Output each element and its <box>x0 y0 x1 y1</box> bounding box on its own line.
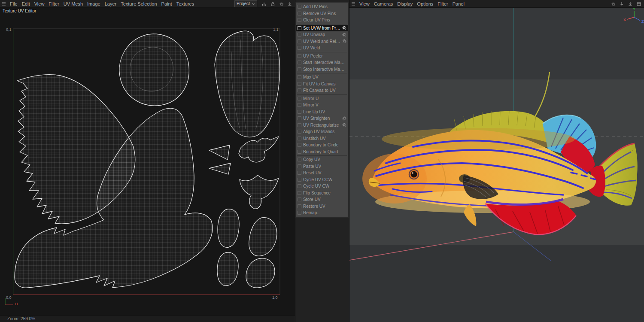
tool-item-store-uv[interactable]: Store UV <box>296 196 348 203</box>
paste-icon <box>298 164 301 168</box>
tool-item-uv-unwrap[interactable]: UV Unwrap <box>296 31 348 38</box>
tool-item-copy-uv[interactable]: Copy UV <box>296 156 348 163</box>
tool-item-line-up-uv[interactable]: Line Up UV <box>296 109 348 115</box>
tool-item-stop-interactive-mapping[interactable]: Stop Interactive Mapping <box>296 66 348 73</box>
tool-item-uv-straighten[interactable]: UV Straighten <box>296 115 348 122</box>
gizmo-x-label: X <box>623 18 626 22</box>
separator <box>297 94 347 95</box>
tool-item-cycle-uv-cw[interactable]: Cycle UV CW <box>296 183 348 190</box>
restore-icon <box>298 204 301 208</box>
z-axis-line <box>513 232 551 261</box>
uv-island-fin-top <box>215 31 280 137</box>
gizmo-z-label: Z <box>641 19 644 24</box>
unwrap-icon <box>298 33 301 36</box>
tool-item-mirror-u[interactable]: Mirror U <box>296 95 348 102</box>
tool-item-boundary-to-quad[interactable]: Boundary to Quad <box>296 149 348 155</box>
uv-island-head <box>119 34 189 106</box>
weld-relax-icon <box>298 39 301 43</box>
uv-island-sliver-1 <box>209 145 230 160</box>
right-menubar: View Cameras Display Options Filter Pane… <box>349 0 644 8</box>
peeler-icon <box>298 54 301 58</box>
play-icon <box>298 61 301 64</box>
tool-item-flip-sequence[interactable]: Flip Sequence <box>296 190 348 197</box>
tool-item-clear-uv-pins[interactable]: Clear UV Pins <box>296 17 348 24</box>
uv-island-wing-bottom <box>240 175 279 209</box>
fit-canvas-icon <box>298 88 301 92</box>
rotate-cw-icon <box>298 184 301 188</box>
window-icon[interactable] <box>635 0 642 7</box>
gear-icon[interactable] <box>342 123 346 127</box>
tail-fin <box>589 143 638 206</box>
menu-viewport-view[interactable]: View <box>357 1 372 6</box>
max-uv-icon <box>298 75 301 79</box>
tool-item-remove-uv-pins[interactable]: Remove UV Pins <box>296 10 348 17</box>
viewport-3d[interactable]: Y X Z <box>349 8 644 322</box>
uv-islands[interactable] <box>15 31 280 288</box>
hamburger-icon[interactable] <box>349 0 357 7</box>
uv-corner-top-left: 0,1 <box>6 27 12 32</box>
separator <box>297 24 347 24</box>
x-axis-line <box>349 232 513 260</box>
mirror-v-icon <box>298 103 301 107</box>
app-window: File Edit View Filter UV Mesh Image Laye… <box>0 0 644 322</box>
arrow-down-icon[interactable] <box>618 0 625 7</box>
tool-item-cycle-uv-ccw[interactable]: Cycle UV CCW <box>296 176 348 183</box>
zoom-status: Zoom: 259.0% <box>0 316 35 321</box>
dorsal-filament <box>533 72 550 119</box>
tool-item-remap[interactable]: Remap... <box>296 210 348 216</box>
fit-uv-icon <box>298 82 301 86</box>
quad-icon <box>298 150 301 154</box>
tool-item-fit-uv-to-canvas[interactable]: Fit UV to Canvas <box>296 81 348 88</box>
download-tray-icon[interactable] <box>626 0 634 7</box>
unstitch-icon <box>298 137 301 140</box>
anal-fin <box>485 199 576 234</box>
pin-remove-icon <box>298 12 301 15</box>
copy-icon <box>298 158 301 161</box>
u-axis-label: U <box>15 302 18 306</box>
tool-item-restore-uv[interactable]: Restore UV <box>296 203 348 210</box>
tool-item-mirror-v[interactable]: Mirror V <box>296 102 348 109</box>
rotate-ccw-icon <box>298 178 301 182</box>
tool-item-fit-canvas-to-uv[interactable]: Fit Canvas to UV <box>296 87 348 94</box>
separator <box>297 73 347 73</box>
projection-icon <box>298 26 301 30</box>
menu-cameras[interactable]: Cameras <box>372 1 395 6</box>
flip-icon <box>298 191 301 195</box>
tool-item-paste-uv[interactable]: Paste UV <box>296 163 348 170</box>
line-up-icon <box>298 110 301 114</box>
gear-icon[interactable] <box>342 26 346 30</box>
menu-viewport-filter[interactable]: Filter <box>435 1 450 6</box>
tool-item-uv-weld-and-relax[interactable]: UV Weld and Relax <box>296 38 348 45</box>
tool-item-uv-rectangularize[interactable]: UV Rectangularize <box>296 122 348 129</box>
uv-island-blob-4 <box>246 258 275 288</box>
hand-icon[interactable] <box>609 0 617 7</box>
uv-canvas[interactable] <box>0 0 295 322</box>
tool-item-reset-uv[interactable]: Reset UV <box>296 170 348 176</box>
fish-eye <box>409 170 419 179</box>
straighten-icon <box>298 116 301 120</box>
axis-gizmo[interactable]: Y X Z <box>623 8 644 24</box>
gear-icon[interactable] <box>342 33 346 37</box>
store-icon <box>298 197 301 201</box>
align-icon <box>298 130 301 134</box>
tool-item-uv-peeler[interactable]: UV Peeler <box>296 53 348 60</box>
tool-item-uv-weld[interactable]: UV Weld <box>296 45 348 52</box>
tool-item-boundary-to-circle[interactable]: Boundary to Circle <box>296 142 348 149</box>
rectangularize-icon <box>298 123 301 127</box>
tool-item-align-uv-islands[interactable]: Align UV Islands <box>296 128 348 135</box>
uv-corner-bottom-left: 0,0 <box>6 295 12 300</box>
separator <box>297 155 347 156</box>
tool-item-start-interactive-mapping[interactable]: Start Interactive Mapping <box>296 59 348 66</box>
uv-island-wing-top <box>239 137 279 162</box>
uv-tool-panel: Add UV Pins Remove UV Pins Clear UV Pins… <box>295 2 349 218</box>
menu-options[interactable]: Options <box>415 1 435 6</box>
tool-item-max-uv[interactable]: Max UV <box>296 74 348 81</box>
menu-panel[interactable]: Panel <box>450 1 467 6</box>
menu-display[interactable]: Display <box>395 1 415 6</box>
fish-model[interactable] <box>362 72 638 234</box>
gear-icon[interactable] <box>342 39 346 43</box>
tool-item-add-uv-pins[interactable]: Add UV Pins <box>296 3 348 10</box>
tool-item-set-uvw-from-projection[interactable]: Set UVW from Projection <box>296 25 348 32</box>
gear-icon[interactable] <box>342 116 346 121</box>
tool-item-unstitch-uv[interactable]: Unstitch UV <box>296 135 348 142</box>
